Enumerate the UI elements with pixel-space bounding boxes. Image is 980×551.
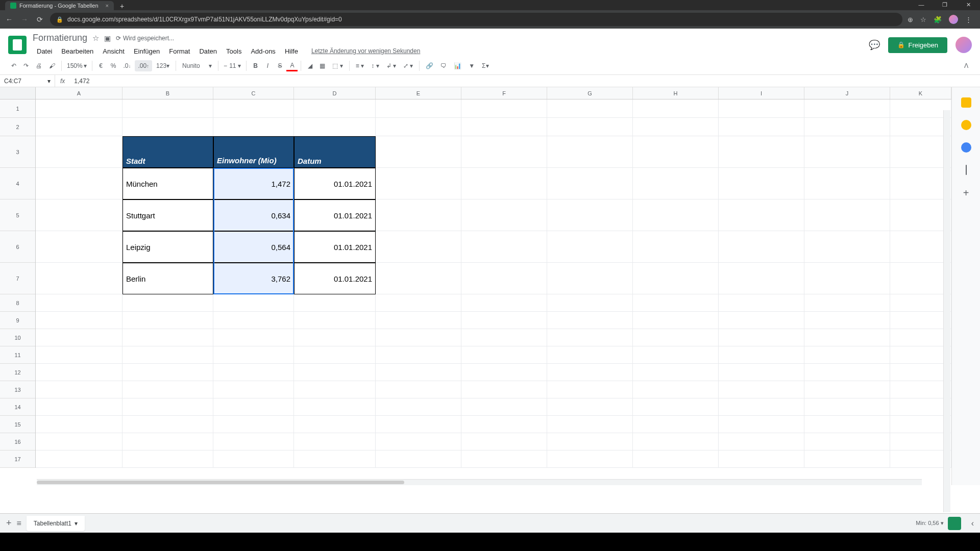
cell-A12[interactable]: [36, 364, 122, 381]
cell-K16[interactable]: [890, 433, 951, 450]
redo-button[interactable]: ↷: [20, 60, 32, 71]
star-icon[interactable]: ☆: [92, 34, 99, 43]
cell-K8[interactable]: [890, 294, 951, 312]
add-sheet-button[interactable]: +: [6, 518, 12, 529]
cell-B9[interactable]: [122, 312, 213, 329]
cell-K9[interactable]: [890, 312, 951, 329]
cell-G6[interactable]: [547, 231, 633, 263]
cell-I2[interactable]: [719, 118, 804, 136]
cell-I6[interactable]: [719, 231, 804, 263]
cell-F13[interactable]: [461, 381, 547, 398]
document-title[interactable]: Formatierung: [33, 33, 87, 43]
cell-K1[interactable]: [890, 99, 951, 118]
column-header-C[interactable]: C: [213, 87, 294, 99]
cell-D1[interactable]: [294, 99, 376, 118]
cell-I14[interactable]: [719, 398, 804, 416]
cell-A9[interactable]: [36, 312, 122, 329]
row-header-2[interactable]: 2: [0, 118, 35, 136]
column-header-E[interactable]: E: [376, 87, 461, 99]
cell-I11[interactable]: [719, 346, 804, 364]
cell-grid[interactable]: StadtEinwohner (Mio)DatumMünchen1,47201.…: [36, 99, 951, 468]
column-header-K[interactable]: K: [890, 87, 951, 99]
cell-H14[interactable]: [633, 398, 719, 416]
explore-button[interactable]: [948, 517, 961, 530]
column-header-I[interactable]: I: [719, 87, 804, 99]
cell-D3[interactable]: Datum: [294, 136, 376, 168]
cell-C7[interactable]: 3,762: [213, 263, 294, 294]
cell-F17[interactable]: [461, 450, 547, 468]
cell-B13[interactable]: [122, 381, 213, 398]
keep-icon[interactable]: [961, 120, 971, 130]
cell-G14[interactable]: [547, 398, 633, 416]
cell-H9[interactable]: [633, 312, 719, 329]
cell-F2[interactable]: [461, 118, 547, 136]
cell-E9[interactable]: [376, 312, 461, 329]
column-header-D[interactable]: D: [294, 87, 376, 99]
cell-J5[interactable]: [804, 199, 890, 231]
cell-J10[interactable]: [804, 329, 890, 346]
cell-I8[interactable]: [719, 294, 804, 312]
forward-button[interactable]: →: [19, 15, 30, 23]
side-panel-toggle[interactable]: ‹: [971, 519, 974, 528]
cell-J14[interactable]: [804, 398, 890, 416]
cell-E3[interactable]: [376, 136, 461, 168]
back-button[interactable]: ←: [4, 15, 14, 23]
cell-B6[interactable]: Leipzig: [122, 231, 213, 263]
cell-C4[interactable]: 1,472: [213, 168, 294, 199]
row-header-11[interactable]: 11: [0, 346, 35, 364]
all-sheets-button[interactable]: ≡: [17, 519, 21, 528]
cell-B16[interactable]: [122, 433, 213, 450]
cell-I10[interactable]: [719, 329, 804, 346]
cell-D2[interactable]: [294, 118, 376, 136]
cell-A1[interactable]: [36, 99, 122, 118]
cell-D15[interactable]: [294, 416, 376, 433]
increase-decimal-button[interactable]: .00↑: [135, 60, 152, 71]
cell-K7[interactable]: [890, 263, 951, 294]
cell-F8[interactable]: [461, 294, 547, 312]
cell-B4[interactable]: München: [122, 168, 213, 199]
cell-B2[interactable]: [122, 118, 213, 136]
cell-I17[interactable]: [719, 450, 804, 468]
cell-K2[interactable]: [890, 118, 951, 136]
row-header-9[interactable]: 9: [0, 312, 35, 329]
collapse-toolbar-button[interactable]: ᐱ: [961, 60, 972, 71]
row-header-10[interactable]: 10: [0, 329, 35, 346]
cell-B17[interactable]: [122, 450, 213, 468]
cell-H11[interactable]: [633, 346, 719, 364]
merge-button[interactable]: ⬚ ▾: [329, 60, 346, 71]
cell-C16[interactable]: [213, 433, 294, 450]
cell-F7[interactable]: [461, 263, 547, 294]
cell-A8[interactable]: [36, 294, 122, 312]
row-header-16[interactable]: 16: [0, 433, 35, 450]
cell-E11[interactable]: [376, 346, 461, 364]
row-header-17[interactable]: 17: [0, 450, 35, 468]
cell-D16[interactable]: [294, 433, 376, 450]
cell-G12[interactable]: [547, 364, 633, 381]
address-bar[interactable]: 🔒 docs.google.com/spreadsheets/d/1L0CRXr…: [50, 13, 902, 26]
cell-A6[interactable]: [36, 231, 122, 263]
cell-D5[interactable]: 01.01.2021: [294, 199, 376, 231]
menu-icon[interactable]: ⋮: [965, 16, 972, 23]
cell-A2[interactable]: [36, 118, 122, 136]
cell-H15[interactable]: [633, 416, 719, 433]
row-header-14[interactable]: 14: [0, 398, 35, 416]
cell-C17[interactable]: [213, 450, 294, 468]
cell-E7[interactable]: [376, 263, 461, 294]
cell-E6[interactable]: [376, 231, 461, 263]
cell-K13[interactable]: [890, 381, 951, 398]
cell-D9[interactable]: [294, 312, 376, 329]
reload-button[interactable]: ⟳: [35, 15, 45, 23]
cell-G11[interactable]: [547, 346, 633, 364]
menu-tools[interactable]: Tools: [222, 45, 246, 57]
row-header-3[interactable]: 3: [0, 136, 35, 168]
cell-K15[interactable]: [890, 416, 951, 433]
rotate-button[interactable]: ⤢ ▾: [400, 60, 416, 71]
select-all-corner[interactable]: [0, 87, 36, 99]
cell-I9[interactable]: [719, 312, 804, 329]
cell-A3[interactable]: [36, 136, 122, 168]
cell-K4[interactable]: [890, 168, 951, 199]
zoom-icon[interactable]: ⊕: [908, 16, 913, 23]
link-button[interactable]: 🔗: [423, 60, 436, 71]
cell-D8[interactable]: [294, 294, 376, 312]
cell-C5[interactable]: 0,634: [213, 199, 294, 231]
